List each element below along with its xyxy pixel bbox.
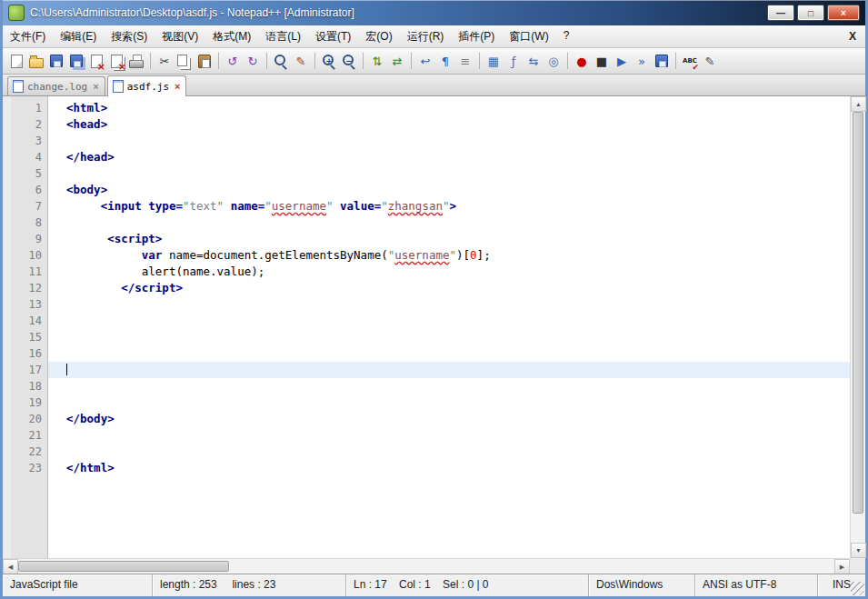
copy-icon[interactable] <box>175 52 194 70</box>
scroll-left-icon[interactable]: ◀ <box>3 559 18 574</box>
close-file-icon[interactable] <box>87 52 105 70</box>
code-line[interactable]: <script> <box>48 231 850 247</box>
vertical-scroll-thumb[interactable] <box>853 112 863 514</box>
menu-item[interactable]: 视图(V) <box>155 26 205 47</box>
line-number[interactable]: 14 <box>3 313 47 329</box>
line-number[interactable]: 15 <box>3 329 47 345</box>
maximize-button[interactable]: □ <box>797 5 824 21</box>
status-eol[interactable]: Dos\Windows <box>589 574 695 596</box>
horizontal-scrollbar[interactable]: ◀ ▶ <box>3 558 850 574</box>
code-line[interactable]: <body> <box>48 182 850 198</box>
menu-item[interactable]: 宏(O) <box>358 26 399 47</box>
line-number[interactable]: 4 <box>3 149 47 165</box>
menu-item[interactable]: 插件(P) <box>451 26 502 47</box>
resize-grip[interactable] <box>851 582 864 595</box>
sync-vertical-scroll-icon[interactable]: ⇅ <box>368 52 386 70</box>
stop-macro-icon[interactable]: ■ <box>593 52 611 70</box>
title-bar[interactable]: C:\Users\Administrator\Desktop\asdf.js -… <box>3 0 865 25</box>
zoom-in-icon[interactable]: + <box>320 52 338 70</box>
line-number[interactable]: 23 <box>3 460 47 476</box>
code-line[interactable] <box>48 394 850 411</box>
code-line[interactable]: </script> <box>48 280 850 296</box>
scroll-right-icon[interactable]: ▶ <box>834 559 850 574</box>
minimize-button[interactable]: — <box>767 5 794 21</box>
code-line[interactable] <box>48 165 850 182</box>
monitoring-icon[interactable]: ◎ <box>544 52 563 70</box>
show-all-characters-icon[interactable]: ¶ <box>436 52 454 70</box>
status-encoding[interactable]: ANSI as UTF-8 <box>695 574 818 596</box>
menu-item[interactable]: 格式(M) <box>205 26 258 47</box>
close-all-icon[interactable] <box>107 52 125 70</box>
document-map-icon[interactable]: ▦ <box>484 52 503 70</box>
line-number[interactable]: 12 <box>3 280 47 296</box>
record-macro-icon[interactable]: ● <box>573 52 591 70</box>
sync-horizontal-scroll-icon[interactable]: ⇄ <box>388 52 406 70</box>
replace-icon[interactable]: ✎ <box>292 52 310 70</box>
open-file-icon[interactable] <box>27 52 45 70</box>
code-line[interactable] <box>48 296 850 313</box>
line-number[interactable]: 22 <box>3 444 47 460</box>
paste-icon[interactable] <box>195 52 214 70</box>
menu-item[interactable]: ? <box>556 26 577 47</box>
indent-guide-icon[interactable]: ≡ <box>456 52 474 70</box>
menu-item[interactable]: 设置(T) <box>308 26 358 47</box>
code-line[interactable] <box>48 444 850 460</box>
code-line[interactable] <box>48 329 850 345</box>
code-line[interactable]: <head> <box>48 116 850 133</box>
save-all-icon[interactable] <box>67 52 85 70</box>
print-icon[interactable] <box>127 52 145 70</box>
line-number[interactable]: 11 <box>3 264 47 280</box>
code-line[interactable] <box>48 362 850 378</box>
save-macro-icon[interactable] <box>653 52 671 70</box>
code-line[interactable]: </html> <box>48 460 850 476</box>
line-number[interactable]: 18 <box>3 378 47 394</box>
menu-item[interactable]: 运行(R) <box>400 26 452 47</box>
line-number[interactable]: 19 <box>3 394 47 411</box>
tab-change.log[interactable]: change.log× <box>7 76 105 95</box>
edit-document-icon[interactable]: ✎ <box>701 52 719 70</box>
code-line[interactable]: <html> <box>48 100 850 116</box>
line-number[interactable]: 5 <box>3 165 47 182</box>
line-number[interactable]: 13 <box>3 296 47 313</box>
menu-item[interactable]: 搜索(S) <box>104 26 155 47</box>
code-line[interactable]: var name=document.getElementsByName("use… <box>48 247 850 264</box>
horizontal-scroll-thumb[interactable] <box>18 561 229 572</box>
line-number[interactable]: 16 <box>3 345 47 362</box>
line-number[interactable]: 3 <box>3 133 47 149</box>
new-file-icon[interactable] <box>7 52 25 70</box>
line-number[interactable]: 9 <box>3 231 47 247</box>
function-list-icon[interactable]: ƒ <box>504 52 523 70</box>
run-macro-multiple-icon[interactable]: » <box>633 52 651 70</box>
menu-item[interactable]: 窗口(W) <box>502 26 555 47</box>
document-switcher-icon[interactable]: ⇆ <box>524 52 543 70</box>
scroll-down-icon[interactable]: ▼ <box>851 543 866 558</box>
menu-item[interactable]: 语言(L) <box>258 26 308 47</box>
tab-asdf.js[interactable]: asdf.js× <box>107 75 187 96</box>
undo-icon[interactable]: ↺ <box>224 52 242 70</box>
code-line[interactable] <box>48 133 850 149</box>
cut-icon[interactable]: ✂ <box>155 52 174 70</box>
line-number[interactable]: 8 <box>3 215 47 231</box>
line-number[interactable]: 2 <box>3 116 47 133</box>
menu-item[interactable]: 文件(F) <box>3 26 53 47</box>
code-line[interactable] <box>48 215 850 231</box>
code-area[interactable]: <html><head></head><body> <input type="t… <box>48 96 850 558</box>
tab-close-icon[interactable]: × <box>93 83 98 91</box>
tab-close-icon[interactable]: × <box>175 83 180 91</box>
close-button[interactable]: × <box>827 5 860 21</box>
code-line[interactable] <box>48 313 850 329</box>
line-number[interactable]: 1 <box>3 100 47 116</box>
line-number[interactable]: 10 <box>3 247 47 264</box>
code-line[interactable]: <input type="text" name="username" value… <box>48 198 850 215</box>
line-number[interactable]: 20 <box>3 411 47 427</box>
play-macro-icon[interactable]: ▶ <box>613 52 631 70</box>
code-line[interactable]: </head> <box>48 149 850 165</box>
menu-close-button[interactable]: X <box>840 30 865 43</box>
line-number[interactable]: 17 <box>3 362 47 378</box>
code-line[interactable] <box>48 378 850 394</box>
spell-check-icon[interactable]: ABC <box>681 52 699 70</box>
code-line[interactable] <box>48 427 850 444</box>
menu-item[interactable]: 编辑(E) <box>53 26 104 47</box>
zoom-out-icon[interactable]: − <box>340 52 358 70</box>
find-icon[interactable] <box>272 52 290 70</box>
